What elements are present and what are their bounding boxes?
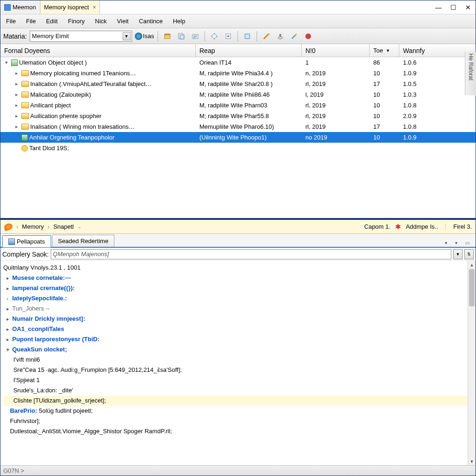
toolbar-btn-10[interactable] [303,31,314,42]
tree-row-label: Anilicant pbject [30,102,71,109]
search-dropdown-button[interactable]: ▼ [453,249,463,259]
tree-row[interactable]: Anhilar Orgneting Teanpopholor(Uilnnintg… [0,132,476,143]
app-icon [4,4,11,11]
folder-icon [21,70,29,76]
toolbar-label: Mataria: [3,33,27,40]
cell-reap: (Uilnnintg Wite Phoopo1) [196,134,302,141]
code-line: Srude's_La:don: _dite' [3,385,473,396]
scroll-down-icon[interactable]: ▼ [468,457,476,465]
toolbar-btn-5[interactable] [223,31,234,42]
subtab-pellapoats[interactable]: Pellapoats [2,235,51,247]
toolbar-btn-6[interactable] [242,31,253,42]
menu-dropdown-icon[interactable]: ▾ [455,240,462,247]
cell-toe: 17 [370,80,399,87]
col-header-wannfy[interactable]: Wannfy [399,44,476,57]
code-line: ▸Pupont Iarporestonyesr (TbiD: [3,334,473,344]
code-line: BarePrio: 5olüg fudlint pojeetl; [3,406,473,416]
cell-reap: M; radpliite Wite Phii86.46 [196,91,302,98]
title-tab-2[interactable]: Memory Isoprect × [40,0,100,14]
separator [238,31,238,41]
toolbar-btn-9[interactable] [289,31,300,42]
code-line: ‹IateplySepoclifale.: [3,293,473,304]
tree-twisty-icon[interactable]: ▸ [13,70,20,76]
maximize-button[interactable]: ☐ [446,1,461,13]
cell-n: rl, 2019 [302,102,370,109]
tree-row[interactable]: ▸Malicatiog (Zaloutepik)M; radpliite Wit… [0,89,476,100]
toolbar-isas[interactable]: Isas [135,33,154,40]
menu-nick[interactable]: Nick [93,17,108,26]
bug-icon[interactable]: ✱ [395,223,401,231]
menu-file-1[interactable]: File [4,17,18,26]
scrollbar-vertical[interactable]: ▲ ▼ [468,261,476,465]
search-input[interactable] [51,249,451,259]
breadcrumb-firel[interactable]: Firel 3. [453,223,472,230]
cell-toe: 10 [370,134,399,141]
tree-twisty-icon[interactable]: ▸ [13,124,20,130]
col-header-n[interactable]: N!0 [302,44,370,57]
menu-help[interactable]: Help [171,17,187,26]
tree-row[interactable]: ▸Memory ploicating inumed 1Teanions…M, r… [0,68,476,79]
chevron-down-icon[interactable]: ⌄ [78,224,81,229]
tree-twisty-icon[interactable]: ▸ [13,113,20,119]
menu-dropdown-icon[interactable]: ▾ [445,240,451,247]
image-icon [21,134,28,141]
tree-twisty-icon[interactable]: ▸ [13,92,20,98]
minimize-button[interactable]: — [431,1,446,13]
cell-toe: 86 [370,59,399,66]
subtab-seaded[interactable]: Seaded Redertime [52,235,114,247]
cell-n: l, 2019 [302,91,370,98]
code-line: Fuhrivstor]; [3,416,473,426]
title-tab-1[interactable]: Meemon [0,0,40,14]
cell-n: no 2019 [302,134,370,141]
svg-point-12 [305,33,311,39]
tree-row[interactable]: ▸Anilicant pbjectM, radpliite Wite Pharn… [0,100,476,111]
tree-twisty-icon[interactable]: ▾ [3,60,10,66]
tab-close-icon[interactable]: × [93,4,96,11]
breadcrumb-root[interactable]: Memory [22,223,44,230]
panel-icon[interactable]: ▭ [465,240,472,247]
menu-file-2[interactable]: File [24,17,38,26]
code-line: ▸Iampenal crernate({}): [3,283,473,293]
separator [205,31,205,41]
menu-cantince[interactable]: Cantince [137,17,165,26]
chevron-down-icon[interactable]: ▼ [123,32,131,40]
code-line: ▸Numair Drickly imnjeest]: [3,314,473,324]
right-sidebar-tab[interactable]: He Raforat [465,52,476,95]
tree-row[interactable]: ▸Inalisation ( Wining mion tralesations…… [0,121,476,132]
breadcrumb-addmpe[interactable]: Addmpe Is.. [406,223,438,230]
col-header-reap[interactable]: Reap [196,44,302,57]
code-output[interactable]: Quitnlany Vnolys.23.1 , 1001 ▸Musese cor… [0,261,476,465]
close-button[interactable]: ✕ [461,1,476,13]
breadcrumb-leaf[interactable]: Snapetl [53,223,74,230]
col-header-name[interactable]: Fornal Doyeens [0,44,196,57]
cell-reap: M, radpliite Wite Shar20.8 ) [196,80,302,87]
tree-row[interactable]: ▸Auilication phente spopherM; radpliite … [0,111,476,121]
menu-edit[interactable]: Ediit [44,17,60,26]
toolbar-btn-3[interactable] [190,31,201,42]
tree-twisty-icon[interactable]: ▸ [13,81,20,87]
tree-row[interactable]: Tant Dlod 19S; [0,143,476,153]
separator: ⋮ [443,223,449,230]
status-text: G07N > [3,467,24,474]
tree-row-label: Anhilar Orgneting Teanpopholor [29,134,114,141]
menu-finory[interactable]: Finory [66,17,86,26]
menu-view[interactable]: Vieit [115,17,131,26]
toolbar-btn-1[interactable] [162,31,173,42]
col-header-toe[interactable]: Toe▼ [370,44,399,57]
toolbar-btn-8[interactable] [275,31,286,42]
toolbar-combo[interactable]: Memory Eimit ▼ [30,31,132,42]
toolbar-btn-7[interactable] [261,31,272,42]
scroll-up-icon[interactable]: ▲ [468,261,476,269]
toolbar-btn-4[interactable] [209,31,220,42]
breadcrumb-sep: › [16,223,18,230]
status-bar: G07N > [0,465,476,476]
tree-view[interactable]: ▾Ulemation Object óbject )Oriean IT14186… [0,57,476,220]
cell-toe: 17 [370,123,399,130]
tree-twisty-icon[interactable]: ▸ [13,102,20,108]
search-toggle-button[interactable]: ⇅ [464,249,474,259]
toolbar-btn-2[interactable] [176,31,187,42]
tree-row[interactable]: ▾Ulemation Object óbject )Oriean IT14186… [0,57,476,68]
cell-wannfy: 1.0.5 [399,80,476,87]
tree-row[interactable]: ▸Inalication (.VmiupAhLated'Teurallal fa… [0,79,476,89]
scroll-thumb[interactable] [469,269,475,306]
